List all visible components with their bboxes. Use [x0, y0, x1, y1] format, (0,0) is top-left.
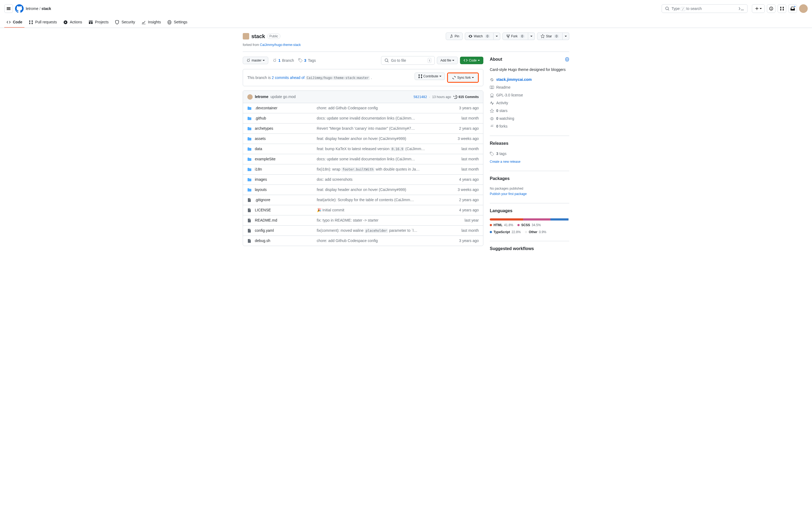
file-row: debug.shchore: add Github Codespace conf…: [243, 236, 483, 246]
user-avatar[interactable]: [799, 4, 808, 13]
star-button[interactable]: Star 0: [537, 32, 562, 40]
create-release-link[interactable]: Create a new release: [490, 160, 520, 164]
packages-heading[interactable]: Packages: [490, 175, 510, 182]
commit-hash[interactable]: 5821482: [414, 94, 427, 99]
file-name-link[interactable]: config.yaml: [255, 228, 274, 233]
issues-button[interactable]: [767, 4, 776, 13]
breadcrumb-separator: /: [39, 6, 40, 12]
file-commit-msg[interactable]: Revert "Merge branch 'canary' into maste…: [317, 126, 415, 131]
add-file-button[interactable]: Add file: [437, 57, 458, 64]
breadcrumb-repo[interactable]: stack: [41, 6, 51, 12]
file-commit-msg[interactable]: chore: add Github Codespace config: [317, 239, 378, 243]
tab-actions[interactable]: Actions: [61, 17, 84, 28]
tab-security[interactable]: Security: [113, 17, 137, 28]
edit-about-button[interactable]: [565, 56, 569, 63]
file-name-link[interactable]: .gitignore: [255, 197, 270, 203]
file-name-link[interactable]: debug.sh: [255, 238, 270, 244]
watching-label: watching: [500, 116, 514, 120]
file-commit-msg[interactable]: chore: add Github Codespace config: [317, 106, 378, 110]
star-dropdown[interactable]: [562, 32, 569, 40]
language-name: Other: [529, 230, 537, 235]
hamburger-menu-button[interactable]: [4, 4, 13, 13]
license-link[interactable]: GPL-3.0 license: [496, 92, 523, 98]
folder-icon: [247, 177, 252, 182]
releases-heading[interactable]: Releases: [490, 140, 508, 147]
add-file-label: Add file: [440, 59, 451, 62]
commit-sep: ·: [429, 94, 430, 99]
file-name-link[interactable]: LICENSE: [255, 207, 271, 213]
hamburger-icon: [6, 6, 11, 11]
commits-link[interactable]: 615 Commits: [453, 94, 479, 99]
file-row: assetsfeat: display header anchor on hov…: [243, 134, 483, 144]
file-name-link[interactable]: assets: [255, 136, 266, 142]
file-commit-msg[interactable]: doc: add screenshots: [317, 177, 353, 182]
create-new-button[interactable]: [752, 4, 765, 13]
file-commit-msg[interactable]: 🎉 Initial commit: [317, 208, 345, 212]
file-name-link[interactable]: layouts: [255, 187, 267, 192]
compare-target: CaiJimmy/hugo-theme-stack:master: [305, 76, 370, 80]
language-segment[interactable]: [490, 218, 523, 221]
file-name-link[interactable]: .github: [255, 115, 266, 121]
file-name-link[interactable]: README.md: [255, 218, 277, 223]
website-link[interactable]: stack.jimmycai.com: [496, 77, 532, 82]
file-name-link[interactable]: .devcontainer: [255, 105, 277, 111]
file-commit-msg[interactable]: docs: update some invalid documentation …: [317, 157, 416, 161]
pin-button[interactable]: Pin: [446, 32, 463, 40]
star-count: 0: [554, 34, 559, 38]
go-to-file-input[interactable]: Go to file t: [381, 56, 435, 65]
language-item[interactable]: HTML41.8%: [490, 223, 513, 228]
notifications-button[interactable]: [788, 4, 797, 13]
tab-settings-label: Settings: [174, 19, 187, 25]
forked-from-link[interactable]: CaiJimmy/hugo-theme-stack: [260, 43, 301, 47]
file-name-link[interactable]: data: [255, 146, 262, 152]
github-logo[interactable]: [15, 4, 24, 13]
global-search[interactable]: Type / to search: [662, 4, 747, 13]
tags-link[interactable]: 3 Tags: [298, 58, 316, 63]
watch-button[interactable]: Watch 0: [465, 32, 493, 40]
tab-projects[interactable]: Projects: [86, 17, 111, 28]
tab-insights[interactable]: Insights: [140, 17, 163, 28]
contribute-button[interactable]: Contribute: [415, 73, 445, 80]
forked-from: forked from CaiJimmy/hugo-theme-stack: [243, 43, 569, 47]
language-item[interactable]: SCSS34.5%: [518, 223, 541, 228]
commit-message[interactable]: update go.mod: [271, 94, 296, 100]
file-name-link[interactable]: exampleSite: [255, 156, 275, 162]
branch-selector[interactable]: master: [243, 57, 268, 64]
watch-dropdown[interactable]: [493, 32, 500, 40]
language-item[interactable]: Other0.9%: [525, 230, 546, 235]
file-commit-msg[interactable]: docs: update some invalid documentation …: [317, 116, 416, 120]
plus-icon: [755, 6, 759, 11]
branches-link[interactable]: 1 Branch: [273, 58, 294, 63]
language-segment[interactable]: [523, 218, 550, 221]
repo-owner-avatar[interactable]: [243, 33, 249, 39]
issue-icon: [769, 6, 773, 11]
readme-link[interactable]: Readme: [496, 85, 511, 90]
file-commit-msg[interactable]: fix: typo in README: stater -> starter: [317, 218, 379, 223]
publish-package-link[interactable]: Publish your first package: [490, 192, 527, 196]
language-segment[interactable]: [568, 218, 569, 221]
file-name-link[interactable]: i18n: [255, 167, 262, 172]
file-commit-msg: fix(comment): moved waline placeholder p…: [317, 228, 418, 233]
tab-code[interactable]: Code: [4, 17, 24, 28]
activity-link[interactable]: Activity: [496, 100, 508, 106]
releases-tags-count: 3: [496, 152, 499, 156]
code-download-button[interactable]: Code: [460, 57, 483, 64]
sync-fork-button[interactable]: Sync fork: [448, 74, 477, 81]
tab-pull-requests[interactable]: Pull requests: [26, 17, 59, 28]
file-icon: [247, 229, 252, 233]
pull-requests-button[interactable]: [778, 4, 786, 13]
commit-author[interactable]: letrome: [255, 94, 269, 100]
tab-settings[interactable]: Settings: [165, 17, 190, 28]
file-name-link[interactable]: archetypes: [255, 126, 273, 131]
language-item[interactable]: TypeScript22.8%: [490, 230, 521, 235]
file-name-link[interactable]: images: [255, 177, 267, 182]
search-icon: [665, 6, 669, 11]
compare-link[interactable]: 2 commits ahead of: [272, 76, 304, 80]
breadcrumb-owner[interactable]: letrome: [26, 6, 38, 12]
file-commit-msg[interactable]: feat(article): Scrollspy for the table o…: [317, 198, 414, 202]
watching-count: 0: [496, 116, 499, 120]
commit-author-avatar[interactable]: [247, 94, 253, 100]
fork-dropdown[interactable]: [528, 32, 535, 40]
language-segment[interactable]: [550, 218, 568, 221]
fork-button[interactable]: Fork 0: [503, 32, 528, 40]
